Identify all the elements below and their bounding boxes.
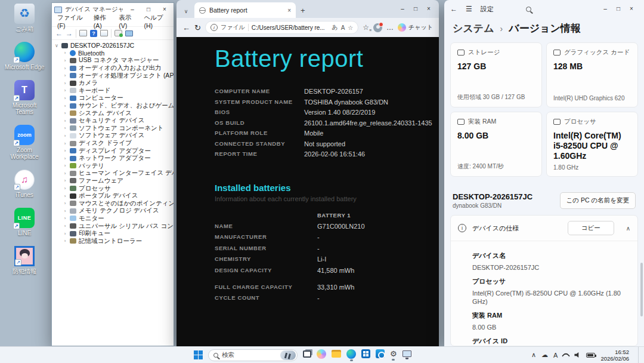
- hamburger-menu-icon[interactable]: ☰: [466, 5, 472, 13]
- desktop-icon-itunes[interactable]: ♫↗iTunes: [4, 170, 45, 198]
- tab-search-icon[interactable]: ∨: [180, 5, 192, 18]
- page-info-icon[interactable]: i: [210, 24, 218, 31]
- tree-root-row[interactable]: ∨DESKTOP-2026157JC: [54, 42, 174, 50]
- collapse-chevron-icon[interactable]: ›: [63, 171, 67, 176]
- read-aloud-icon[interactable]: A: [341, 24, 345, 31]
- minimize-button[interactable]: –: [396, 2, 409, 16]
- tree-item[interactable]: ›ユニバーサル シリアル バス コントローラー: [54, 222, 174, 230]
- tree-item[interactable]: ›モニター: [54, 215, 174, 223]
- settings-card[interactable]: 実装 RAM8.00 GB速度: 2400 MT/秒: [450, 112, 542, 177]
- tree-item[interactable]: ›オーディオ処理オブジェクト (APO): [54, 72, 174, 79]
- collapse-chevron-icon[interactable]: ›: [63, 96, 67, 101]
- maximize-button[interactable]: □: [612, 4, 625, 14]
- device-manager-button[interactable]: [402, 350, 411, 359]
- collapse-chevron-icon[interactable]: ›: [63, 133, 67, 139]
- collapse-chevron-icon[interactable]: ›: [63, 231, 67, 236]
- collapse-chevron-icon[interactable]: ›: [63, 141, 67, 146]
- show-list-icon[interactable]: [79, 30, 87, 36]
- back-icon[interactable]: ←: [182, 23, 190, 32]
- minimize-button[interactable]: –: [599, 4, 612, 14]
- profile-avatar[interactable]: [373, 23, 382, 32]
- taskbar-search[interactable]: 検索: [208, 349, 298, 361]
- collapse-chevron-icon[interactable]: ›: [63, 208, 67, 214]
- back-icon[interactable]: ←: [450, 5, 457, 13]
- collapse-chevron-icon[interactable]: ›: [63, 216, 67, 221]
- tree-item[interactable]: ›コンピューター: [54, 94, 174, 102]
- copilot-button[interactable]: [317, 349, 326, 361]
- refresh-icon[interactable]: ↻: [194, 23, 201, 32]
- tree-item[interactable]: ›オーディオの入力および出力: [54, 64, 174, 72]
- tree-item[interactable]: ›バッテリ: [54, 162, 174, 170]
- desktop-icon-custom-photo-app[interactable]: ↗防犯情報: [4, 246, 45, 275]
- tree-item[interactable]: ›記憶域コントローラー: [54, 237, 174, 245]
- desktop-icon-microsoft-edge[interactable]: ↗Microsoft Edge: [4, 42, 45, 70]
- tree-item[interactable]: ›ネットワーク アダプター: [54, 155, 174, 162]
- battery-icon[interactable]: [586, 353, 595, 358]
- tree-item[interactable]: ›Bluetooth: [54, 50, 174, 57]
- collapse-chevron-icon[interactable]: ›: [63, 178, 67, 183]
- scan-hardware-icon[interactable]: [114, 30, 122, 36]
- desktop-icon-line[interactable]: LINE↗LINE: [4, 208, 45, 236]
- tab-battery-report[interactable]: Battery report ×: [194, 2, 296, 18]
- collapse-chevron-icon[interactable]: ›: [63, 103, 67, 109]
- ime-indicator[interactable]: A: [553, 352, 558, 359]
- settings-card[interactable]: プロセッサIntel(R) Core(TM) i5-8250U CPU @ 1.…: [546, 112, 638, 177]
- tray-chevron-up-icon[interactable]: ∧: [531, 351, 536, 359]
- tree-item[interactable]: ›キーボード: [54, 87, 174, 95]
- device-spec-header[interactable]: i デバイスの仕様 コピー ∧: [451, 216, 637, 241]
- tree-item[interactable]: ›USB コネクタ マネージャー: [54, 57, 174, 64]
- volume-icon[interactable]: [574, 352, 581, 358]
- show-desktop-button[interactable]: [638, 347, 640, 363]
- tree-item[interactable]: ›ポータブル デバイス: [54, 192, 174, 200]
- help-icon[interactable]: ?: [90, 30, 97, 37]
- search-icon[interactable]: [526, 7, 531, 12]
- edge-button[interactable]: [346, 349, 356, 361]
- chevron-up-icon[interactable]: ∧: [626, 225, 630, 232]
- tree-item[interactable]: ›ソフトウェア コンポーネント: [54, 125, 174, 133]
- expand-chevron-icon[interactable]: ∨: [54, 43, 59, 48]
- scrollbar[interactable]: [640, 263, 643, 316]
- tree-item[interactable]: ›サウンド、ビデオ、およびゲーム コントローラー: [54, 102, 174, 110]
- breadcrumb-system[interactable]: システム: [453, 21, 494, 35]
- microsoft-store-button[interactable]: [361, 349, 370, 361]
- maximize-button[interactable]: □: [409, 2, 422, 16]
- tree-item[interactable]: ›セキュリティ デバイス: [54, 117, 174, 125]
- collapse-chevron-icon[interactable]: ›: [63, 66, 67, 71]
- forward-icon[interactable]: →: [66, 29, 73, 38]
- collapse-chevron-icon[interactable]: ›: [63, 148, 67, 153]
- close-button[interactable]: ×: [422, 2, 435, 16]
- tree-item[interactable]: ›ディスプレイ アダプター: [54, 147, 174, 155]
- file-explorer-button[interactable]: [332, 350, 341, 360]
- desktop-icon-recycle-bin[interactable]: ♻ごみ箱: [4, 4, 45, 32]
- tree-item[interactable]: ›ディスク ドライブ: [54, 140, 174, 147]
- collapse-chevron-icon[interactable]: ›: [63, 81, 67, 86]
- tree-item[interactable]: ›システム デバイス: [54, 109, 174, 117]
- settings-card[interactable]: ストレージ127 GB使用領域 30 GB / 127 GB: [450, 42, 542, 107]
- more-menu-icon[interactable]: …: [386, 23, 394, 32]
- collections-icon[interactable]: ☆: [363, 23, 369, 32]
- task-view-button[interactable]: [303, 350, 311, 360]
- favorite-star-icon[interactable]: ☆: [348, 24, 353, 31]
- tree-item[interactable]: ›マウスとそのほかのポインティング デバイス: [54, 199, 174, 207]
- rename-pc-button[interactable]: この PC の名前を変更: [560, 192, 636, 209]
- close-button[interactable]: ×: [625, 4, 638, 14]
- collapse-chevron-icon[interactable]: ›: [63, 88, 67, 93]
- desktop-icon-microsoft-teams[interactable]: T↗Microsoft Teams: [4, 80, 45, 115]
- collapse-chevron-icon[interactable]: ›: [63, 238, 67, 244]
- copilot-chat-button[interactable]: チャット: [398, 23, 433, 32]
- wifi-icon[interactable]: [562, 352, 570, 360]
- new-tab-button[interactable]: +: [298, 4, 308, 18]
- collapse-chevron-icon[interactable]: ›: [63, 223, 67, 229]
- outlook-button[interactable]: [376, 349, 385, 361]
- tree-item[interactable]: ›ソフトウェア デバイス: [54, 132, 174, 140]
- properties-icon[interactable]: [100, 30, 108, 36]
- copy-button[interactable]: コピー: [568, 221, 614, 235]
- collapse-chevron-icon[interactable]: ›: [63, 50, 67, 56]
- desktop-icon-zoom-workplace[interactable]: zoom↗Zoom Workplace: [4, 125, 45, 160]
- collapse-chevron-icon[interactable]: ›: [63, 118, 67, 124]
- collapse-chevron-icon[interactable]: ›: [63, 125, 67, 131]
- translate-icon[interactable]: あ: [332, 23, 338, 32]
- settings-button[interactable]: ⚙: [390, 349, 397, 361]
- collapse-chevron-icon[interactable]: ›: [63, 73, 67, 78]
- collapse-chevron-icon[interactable]: ›: [63, 163, 67, 168]
